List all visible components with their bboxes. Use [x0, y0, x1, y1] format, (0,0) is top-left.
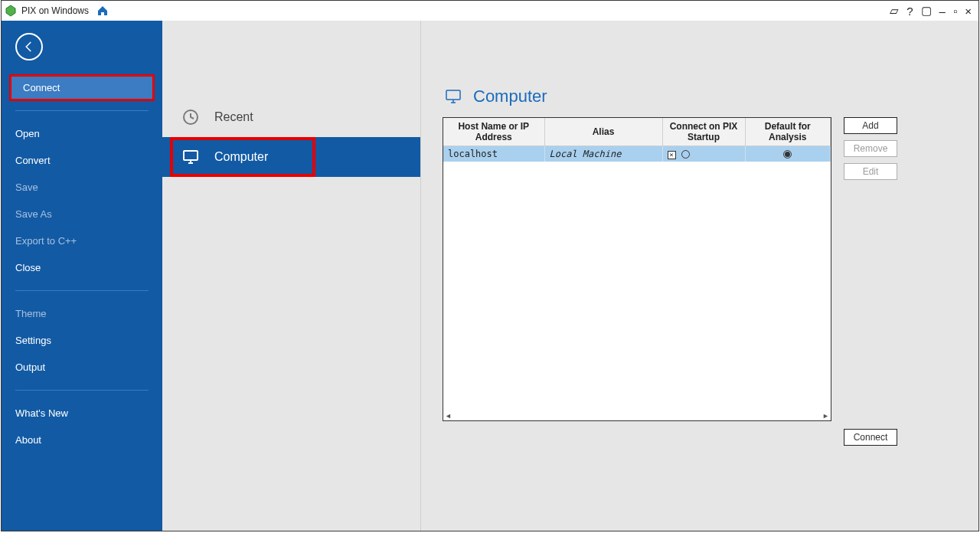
- add-button[interactable]: Add: [844, 117, 897, 134]
- app-title: PIX on Windows: [21, 5, 89, 16]
- category-computer[interactable]: Computer: [162, 137, 420, 177]
- col-startup[interactable]: Connect on PIX Startup: [662, 118, 745, 146]
- back-button[interactable]: [15, 33, 43, 60]
- maximize-icon[interactable]: ▫: [949, 5, 961, 18]
- edit-button: Edit: [844, 163, 897, 180]
- category-computer-label: Computer: [214, 150, 268, 164]
- remove-button: Remove: [844, 140, 897, 157]
- sidebar-item-export-cpp[interactable]: Export to C++: [2, 227, 162, 254]
- main-heading: Computer: [443, 87, 965, 106]
- computer-table: Host Name or IP Address Alias Connect on…: [443, 118, 831, 162]
- cell-host: localhost: [443, 146, 544, 162]
- titlebar: PIX on Windows ▱ ? ▢ – ▫ ×: [2, 1, 978, 21]
- sidebar-divider: [15, 290, 149, 291]
- col-host[interactable]: Host Name or IP Address: [443, 118, 544, 146]
- svg-rect-3: [446, 90, 460, 100]
- category-recent-label: Recent: [214, 110, 253, 124]
- close-icon[interactable]: ×: [961, 5, 975, 18]
- cell-default: [745, 146, 831, 162]
- sidebar-item-settings[interactable]: Settings: [2, 327, 162, 354]
- sidebar-item-output[interactable]: Output: [2, 354, 162, 381]
- default-radio[interactable]: [783, 150, 792, 159]
- connect-button[interactable]: Connect: [844, 429, 897, 446]
- sidebar: Connect Open Convert Save Save As Export…: [2, 21, 162, 531]
- monitor-icon: [443, 87, 464, 106]
- sidebar-item-save[interactable]: Save: [2, 174, 162, 201]
- sidebar-item-open[interactable]: Open: [2, 120, 162, 147]
- category-recent[interactable]: Recent: [162, 97, 420, 137]
- cell-startup: ×: [662, 146, 745, 162]
- minimize-icon[interactable]: –: [936, 5, 949, 18]
- table-row[interactable]: localhost Local Machine ×: [443, 146, 831, 162]
- sidebar-item-theme[interactable]: Theme: [2, 300, 162, 327]
- sidebar-item-whats-new[interactable]: What's New: [2, 400, 162, 427]
- main-panel: Computer Host Name or IP Address Alias C…: [421, 21, 978, 531]
- sidebar-item-convert[interactable]: Convert: [2, 147, 162, 174]
- sidebar-item-about[interactable]: About: [2, 427, 162, 453]
- app-icon: [5, 5, 17, 17]
- sidebar-item-close[interactable]: Close: [2, 254, 162, 281]
- cell-alias: Local Machine: [544, 146, 662, 162]
- col-alias[interactable]: Alias: [544, 118, 662, 146]
- scroll-right-icon[interactable]: ►: [822, 412, 829, 420]
- col-default[interactable]: Default for Analysis: [745, 118, 831, 146]
- svg-marker-0: [6, 5, 15, 16]
- sidebar-divider: [15, 390, 149, 391]
- startup-checkbox[interactable]: ×: [668, 151, 676, 159]
- home-icon[interactable]: [96, 5, 109, 17]
- svg-rect-2: [184, 151, 198, 160]
- computer-table-frame: Host Name or IP Address Alias Connect on…: [443, 117, 831, 421]
- category-panel: Recent Computer: [162, 21, 421, 531]
- startup-radio[interactable]: [681, 150, 690, 159]
- scroll-left-icon[interactable]: ◄: [445, 412, 452, 420]
- layout-icon[interactable]: ▱: [886, 4, 903, 18]
- horizontal-scrollbar[interactable]: ◄ ►: [443, 411, 831, 420]
- app-window: PIX on Windows ▱ ? ▢ – ▫ × Connect Conne…: [1, 0, 979, 531]
- clock-icon: [181, 107, 201, 127]
- sidebar-item-connect[interactable]: Connect: [9, 74, 155, 101]
- main-heading-label: Computer: [473, 87, 547, 106]
- feedback-icon[interactable]: ▢: [917, 4, 936, 18]
- monitor-icon: [181, 147, 201, 167]
- sidebar-item-save-as[interactable]: Save As: [2, 201, 162, 227]
- help-icon[interactable]: ?: [903, 5, 916, 18]
- sidebar-divider: [15, 110, 149, 111]
